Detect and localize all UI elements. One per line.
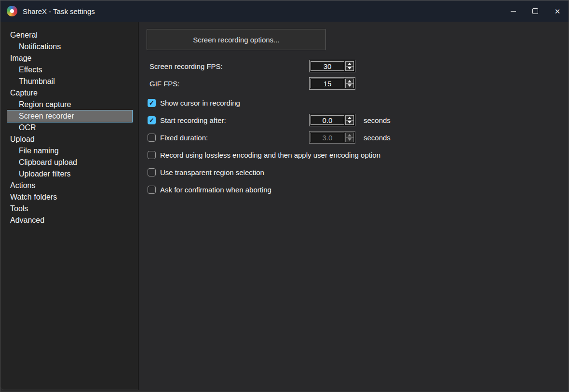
checkmark-icon: ✓ [149,100,154,106]
arrow-down-icon [348,67,352,69]
spinner-value[interactable]: 0.0 [311,115,344,125]
checkbox-start-recording-after[interactable]: ✓ [148,116,156,124]
minimize-button[interactable] [502,0,524,22]
spinner-buttons [345,115,354,125]
sidebar-item-watch-folders[interactable]: Watch folders [7,191,132,203]
sharex-task-settings-window: ShareX - Task settings ✕ GeneralNotifica… [0,0,569,392]
arrow-down-icon [348,121,352,123]
window-controls: ✕ [502,0,569,22]
sidebar-item-uploader-filters[interactable]: Uploader filters [7,168,132,180]
spinner-up-button[interactable] [346,62,353,66]
screen-recorder-settings-panel: Screen recording options... Screen recor… [140,22,569,392]
arrow-up-icon [348,117,352,119]
sidebar-item-notifications[interactable]: Notifications [7,41,132,53]
sidebar-item-upload[interactable]: Upload [7,134,132,145]
spinner-value[interactable]: 30 [311,61,344,71]
sidebar-item-screen-recorder[interactable]: Screen recorder [7,110,132,122]
checkbox-fixed-duration[interactable] [148,134,156,142]
checkbox-label: Use transparent region selection [160,168,264,176]
setting-label: GIF FPS: [149,80,180,88]
checkbox-label: Show cursor in recording [160,99,240,107]
setting-row-fixed-duration: Fixed duration:3.0seconds [140,129,569,146]
sharex-logo-icon [7,6,17,16]
checkbox-ask-for-confirmation-when-aborting[interactable] [148,186,156,194]
minimize-icon [511,11,516,12]
spinner-down-button[interactable] [346,120,353,125]
sidebar-item-advanced[interactable]: Advanced [7,215,132,226]
spinner-buttons [345,61,354,71]
sidebar-item-clipboard-upload[interactable]: Clipboard upload [7,157,132,168]
spinner-up-button [346,133,353,137]
spinner-down-button[interactable] [346,66,353,71]
sidebar-item-actions[interactable]: Actions [7,180,132,191]
spinner-up-button[interactable] [346,116,353,120]
checkbox-label: Ask for confirmation when aborting [160,186,271,194]
arrow-down-icon [348,84,352,87]
spinner-gif-fps[interactable]: 15 [309,77,355,90]
spinner-value[interactable]: 15 [311,79,344,88]
sidebar-item-file-naming[interactable]: File naming [7,145,132,157]
spinner-value: 3.0 [311,133,344,142]
spinner-start-recording-after[interactable]: 0.0 [309,114,355,126]
sidebar-item-region-capture[interactable]: Region capture [7,99,132,110]
window-body: GeneralNotificationsImageEffectsThumbnai… [0,22,569,392]
arrow-down-icon [348,138,352,141]
spinner-up-button[interactable] [346,79,353,83]
maximize-button[interactable] [524,0,546,22]
checkbox-use-transparent-region-selection[interactable] [148,168,156,176]
setting-row-record-using-lossless-encoding-and-then-apply-user-encoding-option: Record using lossless encoding and then … [140,146,569,163]
sidebar-item-general[interactable]: General [7,29,132,41]
window-title: ShareX - Task settings [23,7,95,15]
setting-row-gif-fps: GIF FPS:15 [140,75,569,92]
sidebar-item-thumbnail[interactable]: Thumbnail [7,76,132,87]
spinner-screen-recording-fps[interactable]: 30 [309,60,355,72]
close-icon: ✕ [555,8,561,15]
checkmark-icon: ✓ [149,117,154,123]
arrow-up-icon [348,80,352,82]
close-button[interactable]: ✕ [546,0,569,22]
unit-label: seconds [364,116,391,124]
spinner-down-button [346,137,353,142]
setting-row-ask-for-confirmation-when-aborting: Ask for confirmation when aborting [140,181,569,198]
spinner-fixed-duration: 3.0 [309,131,355,144]
unit-label: seconds [364,134,391,142]
sidebar-item-image[interactable]: Image [7,53,132,64]
sidebar-item-effects[interactable]: Effects [7,64,132,76]
sidebar-item-capture[interactable]: Capture [7,87,132,99]
setting-row-screen-recording-fps: Screen recording FPS:30 [140,57,569,75]
spinner-buttons [345,133,354,142]
checkbox-record-using-lossless-encoding-and-then-apply-user-encoding-option[interactable] [148,151,156,159]
sidebar-item-ocr[interactable]: OCR [7,122,132,134]
spinner-down-button[interactable] [346,83,353,88]
setting-row-show-cursor-in-recording: ✓Show cursor in recording [140,94,569,111]
titlebar: ShareX - Task settings ✕ [0,0,569,22]
arrow-up-icon [348,63,352,65]
setting-row-start-recording-after: ✓Start recording after:0.0seconds [140,111,569,129]
screen-recording-options-button[interactable]: Screen recording options... [147,29,326,50]
spinner-buttons [345,79,354,88]
setting-row-use-transparent-region-selection: Use transparent region selection [140,163,569,181]
checkbox-show-cursor-in-recording[interactable]: ✓ [148,99,156,107]
checkbox-label: Fixed duration: [160,134,208,142]
sidebar-item-tools[interactable]: Tools [7,203,132,215]
setting-label: Screen recording FPS: [149,62,223,70]
arrow-up-icon [348,134,352,136]
settings-nav-tree: GeneralNotificationsImageEffectsThumbnai… [0,22,139,390]
checkbox-label: Record using lossless encoding and then … [160,151,380,159]
checkbox-label: Start recording after: [160,116,226,124]
maximize-icon [532,8,538,14]
